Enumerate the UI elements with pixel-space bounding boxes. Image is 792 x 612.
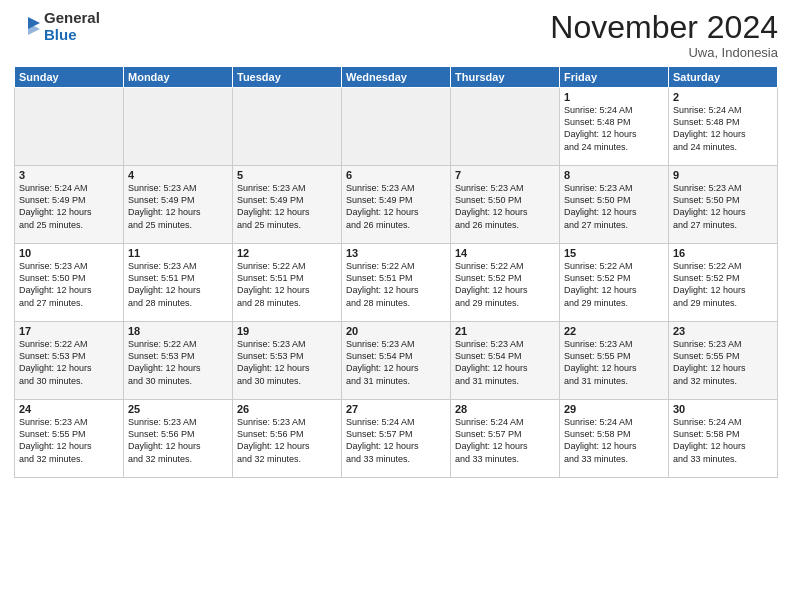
logo: General Blue xyxy=(14,10,100,43)
day-number: 20 xyxy=(346,325,446,337)
calendar-cell: 24Sunrise: 5:23 AM Sunset: 5:55 PM Dayli… xyxy=(15,400,124,478)
day-info: Sunrise: 5:23 AM Sunset: 5:56 PM Dayligh… xyxy=(237,416,337,465)
day-info: Sunrise: 5:23 AM Sunset: 5:50 PM Dayligh… xyxy=(455,182,555,231)
day-info: Sunrise: 5:22 AM Sunset: 5:53 PM Dayligh… xyxy=(128,338,228,387)
day-number: 9 xyxy=(673,169,773,181)
day-info: Sunrise: 5:23 AM Sunset: 5:49 PM Dayligh… xyxy=(237,182,337,231)
calendar-table: SundayMondayTuesdayWednesdayThursdayFrid… xyxy=(14,66,778,478)
calendar-cell: 21Sunrise: 5:23 AM Sunset: 5:54 PM Dayli… xyxy=(451,322,560,400)
calendar-cell: 4Sunrise: 5:23 AM Sunset: 5:49 PM Daylig… xyxy=(124,166,233,244)
calendar-cell: 17Sunrise: 5:22 AM Sunset: 5:53 PM Dayli… xyxy=(15,322,124,400)
calendar-cell: 29Sunrise: 5:24 AM Sunset: 5:58 PM Dayli… xyxy=(560,400,669,478)
calendar-header-wednesday: Wednesday xyxy=(342,67,451,88)
day-number: 19 xyxy=(237,325,337,337)
day-number: 26 xyxy=(237,403,337,415)
day-info: Sunrise: 5:24 AM Sunset: 5:48 PM Dayligh… xyxy=(673,104,773,153)
calendar-cell: 22Sunrise: 5:23 AM Sunset: 5:55 PM Dayli… xyxy=(560,322,669,400)
calendar-cell: 2Sunrise: 5:24 AM Sunset: 5:48 PM Daylig… xyxy=(669,88,778,166)
day-number: 12 xyxy=(237,247,337,259)
day-info: Sunrise: 5:22 AM Sunset: 5:51 PM Dayligh… xyxy=(237,260,337,309)
calendar-header-monday: Monday xyxy=(124,67,233,88)
logo-blue-text: Blue xyxy=(44,27,100,44)
day-info: Sunrise: 5:23 AM Sunset: 5:50 PM Dayligh… xyxy=(564,182,664,231)
calendar-week-row: 10Sunrise: 5:23 AM Sunset: 5:50 PM Dayli… xyxy=(15,244,778,322)
day-info: Sunrise: 5:23 AM Sunset: 5:50 PM Dayligh… xyxy=(673,182,773,231)
day-number: 27 xyxy=(346,403,446,415)
day-info: Sunrise: 5:22 AM Sunset: 5:52 PM Dayligh… xyxy=(564,260,664,309)
day-number: 23 xyxy=(673,325,773,337)
calendar-cell: 8Sunrise: 5:23 AM Sunset: 5:50 PM Daylig… xyxy=(560,166,669,244)
calendar-cell: 27Sunrise: 5:24 AM Sunset: 5:57 PM Dayli… xyxy=(342,400,451,478)
calendar-cell: 30Sunrise: 5:24 AM Sunset: 5:58 PM Dayli… xyxy=(669,400,778,478)
day-info: Sunrise: 5:23 AM Sunset: 5:54 PM Dayligh… xyxy=(346,338,446,387)
month-title: November 2024 xyxy=(550,10,778,45)
calendar-cell xyxy=(233,88,342,166)
calendar-header-thursday: Thursday xyxy=(451,67,560,88)
calendar-header-tuesday: Tuesday xyxy=(233,67,342,88)
calendar-week-row: 3Sunrise: 5:24 AM Sunset: 5:49 PM Daylig… xyxy=(15,166,778,244)
calendar-cell: 16Sunrise: 5:22 AM Sunset: 5:52 PM Dayli… xyxy=(669,244,778,322)
day-info: Sunrise: 5:24 AM Sunset: 5:57 PM Dayligh… xyxy=(455,416,555,465)
calendar-cell: 28Sunrise: 5:24 AM Sunset: 5:57 PM Dayli… xyxy=(451,400,560,478)
calendar-cell: 15Sunrise: 5:22 AM Sunset: 5:52 PM Dayli… xyxy=(560,244,669,322)
day-info: Sunrise: 5:23 AM Sunset: 5:49 PM Dayligh… xyxy=(128,182,228,231)
day-number: 29 xyxy=(564,403,664,415)
calendar-cell xyxy=(15,88,124,166)
day-info: Sunrise: 5:23 AM Sunset: 5:49 PM Dayligh… xyxy=(346,182,446,231)
calendar-cell: 23Sunrise: 5:23 AM Sunset: 5:55 PM Dayli… xyxy=(669,322,778,400)
calendar-week-row: 24Sunrise: 5:23 AM Sunset: 5:55 PM Dayli… xyxy=(15,400,778,478)
calendar-header-saturday: Saturday xyxy=(669,67,778,88)
calendar-cell: 11Sunrise: 5:23 AM Sunset: 5:51 PM Dayli… xyxy=(124,244,233,322)
day-number: 14 xyxy=(455,247,555,259)
day-number: 30 xyxy=(673,403,773,415)
day-number: 17 xyxy=(19,325,119,337)
calendar-cell: 9Sunrise: 5:23 AM Sunset: 5:50 PM Daylig… xyxy=(669,166,778,244)
day-number: 24 xyxy=(19,403,119,415)
calendar-cell: 20Sunrise: 5:23 AM Sunset: 5:54 PM Dayli… xyxy=(342,322,451,400)
day-number: 4 xyxy=(128,169,228,181)
calendar-cell: 14Sunrise: 5:22 AM Sunset: 5:52 PM Dayli… xyxy=(451,244,560,322)
calendar-cell: 5Sunrise: 5:23 AM Sunset: 5:49 PM Daylig… xyxy=(233,166,342,244)
day-info: Sunrise: 5:23 AM Sunset: 5:50 PM Dayligh… xyxy=(19,260,119,309)
logo-text: General Blue xyxy=(44,10,100,43)
day-number: 10 xyxy=(19,247,119,259)
day-number: 15 xyxy=(564,247,664,259)
day-number: 3 xyxy=(19,169,119,181)
calendar-cell: 7Sunrise: 5:23 AM Sunset: 5:50 PM Daylig… xyxy=(451,166,560,244)
day-info: Sunrise: 5:23 AM Sunset: 5:54 PM Dayligh… xyxy=(455,338,555,387)
day-info: Sunrise: 5:23 AM Sunset: 5:55 PM Dayligh… xyxy=(564,338,664,387)
day-number: 5 xyxy=(237,169,337,181)
calendar-cell: 10Sunrise: 5:23 AM Sunset: 5:50 PM Dayli… xyxy=(15,244,124,322)
location: Uwa, Indonesia xyxy=(550,45,778,60)
day-info: Sunrise: 5:24 AM Sunset: 5:58 PM Dayligh… xyxy=(564,416,664,465)
calendar-cell: 26Sunrise: 5:23 AM Sunset: 5:56 PM Dayli… xyxy=(233,400,342,478)
day-info: Sunrise: 5:23 AM Sunset: 5:55 PM Dayligh… xyxy=(673,338,773,387)
day-number: 16 xyxy=(673,247,773,259)
calendar-cell: 6Sunrise: 5:23 AM Sunset: 5:49 PM Daylig… xyxy=(342,166,451,244)
day-number: 18 xyxy=(128,325,228,337)
logo-icon xyxy=(14,13,42,41)
calendar-cell xyxy=(342,88,451,166)
logo-general-text: General xyxy=(44,10,100,27)
day-info: Sunrise: 5:23 AM Sunset: 5:56 PM Dayligh… xyxy=(128,416,228,465)
day-number: 8 xyxy=(564,169,664,181)
calendar-header-row: SundayMondayTuesdayWednesdayThursdayFrid… xyxy=(15,67,778,88)
calendar-cell: 3Sunrise: 5:24 AM Sunset: 5:49 PM Daylig… xyxy=(15,166,124,244)
day-number: 13 xyxy=(346,247,446,259)
calendar-week-row: 1Sunrise: 5:24 AM Sunset: 5:48 PM Daylig… xyxy=(15,88,778,166)
day-info: Sunrise: 5:24 AM Sunset: 5:58 PM Dayligh… xyxy=(673,416,773,465)
calendar-header-friday: Friday xyxy=(560,67,669,88)
day-number: 6 xyxy=(346,169,446,181)
day-number: 22 xyxy=(564,325,664,337)
calendar-cell: 25Sunrise: 5:23 AM Sunset: 5:56 PM Dayli… xyxy=(124,400,233,478)
day-number: 7 xyxy=(455,169,555,181)
day-number: 2 xyxy=(673,91,773,103)
calendar-cell: 12Sunrise: 5:22 AM Sunset: 5:51 PM Dayli… xyxy=(233,244,342,322)
calendar-cell xyxy=(451,88,560,166)
day-info: Sunrise: 5:24 AM Sunset: 5:48 PM Dayligh… xyxy=(564,104,664,153)
day-number: 1 xyxy=(564,91,664,103)
calendar-header-sunday: Sunday xyxy=(15,67,124,88)
calendar-week-row: 17Sunrise: 5:22 AM Sunset: 5:53 PM Dayli… xyxy=(15,322,778,400)
day-info: Sunrise: 5:24 AM Sunset: 5:49 PM Dayligh… xyxy=(19,182,119,231)
day-info: Sunrise: 5:22 AM Sunset: 5:52 PM Dayligh… xyxy=(455,260,555,309)
